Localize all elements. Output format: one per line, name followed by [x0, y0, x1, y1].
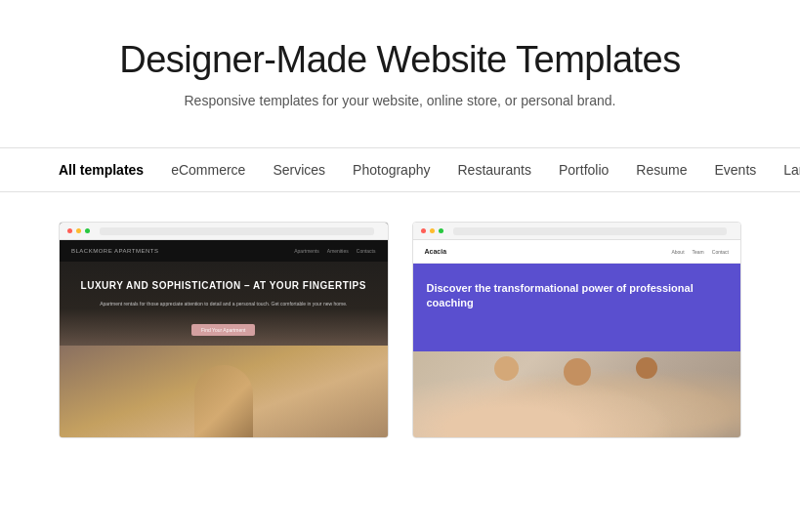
nav-item-resume[interactable]: Resume [622, 148, 700, 191]
card2-nav-link-2: Team [693, 249, 704, 255]
card2-site-nav: Acacia About Team Contact [413, 240, 741, 264]
card1-hero: LUXURY AND SOPHISTICATION – AT YOUR FING… [60, 262, 388, 346]
browser-chrome-2 [413, 223, 741, 240]
browser-dot-green-2 [439, 228, 443, 233]
card2-nav-links: About Team Contact [671, 249, 729, 255]
page-subtitle: Responsive templates for your website, o… [20, 93, 780, 108]
card1-arch-decoration [194, 365, 253, 438]
card1-image-area [60, 346, 388, 438]
nav-item-landing-pages[interactable]: Landing pages [770, 148, 800, 191]
card1-hero-title: LUXURY AND SOPHISTICATION – AT YOUR FING… [79, 279, 368, 293]
card1-nav-link-3: Contacts [357, 248, 376, 254]
nav-item-events[interactable]: Events [700, 148, 770, 191]
card1-nav-links: Apartments Amenities Contacts [294, 248, 375, 254]
card1-nav-link-2: Amenities [327, 248, 349, 254]
browser-chrome-1 [60, 223, 388, 240]
page-title: Designer-Made Website Templates [20, 39, 780, 81]
card2-nav-link-1: About [671, 249, 684, 255]
card2-preview: Acacia About Team Contact Discover the t… [413, 223, 741, 437]
card2-image-area [413, 351, 741, 437]
card1-nav-link-1: Apartments [294, 248, 319, 254]
nav-item-portfolio[interactable]: Portfolio [545, 148, 622, 191]
card2-hero-title: Discover the transformational power of p… [427, 281, 728, 311]
template-card-acacia[interactable]: Acacia About Team Contact Discover the t… [412, 222, 742, 438]
page-wrapper: Designer-Made Website Templates Responsi… [0, 0, 800, 458]
card1-logo: Blackmore Apartments [71, 248, 158, 254]
card2-logo: Acacia [425, 248, 447, 255]
browser-dot-green-1 [85, 228, 90, 233]
card2-hero: Discover the transformational power of p… [413, 264, 741, 351]
browser-dot-yellow-2 [430, 228, 435, 233]
browser-dot-red-2 [421, 228, 426, 233]
nav-item-all-templates[interactable]: All templates [59, 148, 157, 191]
template-card-blackmore[interactable]: Blackmore Apartments Apartments Amenitie… [59, 222, 389, 438]
card1-cta-button[interactable]: Find Your Apartment [191, 324, 255, 336]
nav-list: All templates eCommerce Services Photogr… [59, 148, 741, 191]
category-nav: All templates eCommerce Services Photogr… [0, 147, 800, 192]
nav-item-restaurants[interactable]: Restaurants [443, 148, 544, 191]
browser-dot-yellow-1 [76, 228, 81, 233]
browser-url-2 [453, 227, 728, 235]
card2-person3 [636, 357, 657, 379]
templates-grid: Blackmore Apartments Apartments Amenitie… [0, 192, 800, 458]
browser-dot-red-1 [67, 228, 72, 233]
page-header: Designer-Made Website Templates Responsi… [0, 0, 800, 128]
card2-nav-link-3: Contact [712, 249, 729, 255]
card1-preview: Blackmore Apartments Apartments Amenitie… [60, 223, 388, 437]
card1-site-nav: Blackmore Apartments Apartments Amenitie… [60, 240, 388, 262]
browser-url-1 [100, 227, 374, 235]
nav-item-services[interactable]: Services [259, 148, 339, 191]
nav-item-ecommerce[interactable]: eCommerce [157, 148, 259, 191]
card2-person2 [564, 358, 591, 386]
nav-item-photography[interactable]: Photography [339, 148, 443, 191]
card1-hero-subtitle: Apartment rentals for those appreciate a… [79, 301, 368, 308]
